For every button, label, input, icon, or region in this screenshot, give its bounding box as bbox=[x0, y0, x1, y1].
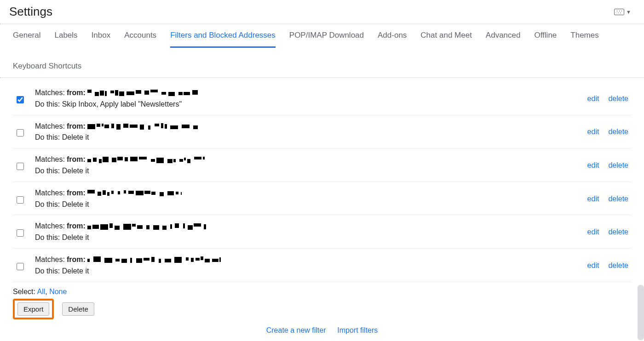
from-label: from: bbox=[67, 121, 86, 132]
do-this-label: Do this: bbox=[35, 167, 62, 175]
filter-body: Matches: from:Do this: Delete it bbox=[35, 154, 579, 177]
delete-link[interactable]: delete bbox=[608, 195, 628, 203]
filter-action: Delete it bbox=[62, 133, 89, 141]
tab-chat-and-meet[interactable]: Chat and Meet bbox=[420, 31, 472, 48]
filter-checkbox[interactable] bbox=[17, 196, 24, 204]
filter-checkbox[interactable] bbox=[17, 163, 24, 170]
filter-checkbox[interactable] bbox=[17, 129, 24, 136]
input-tools-button[interactable]: ▼ bbox=[614, 9, 631, 15]
delete-link[interactable]: delete bbox=[608, 161, 628, 170]
keyboard-icon bbox=[614, 9, 624, 15]
filter-action: Delete it bbox=[62, 267, 89, 275]
filter-body: Matches: from:Do this: Delete it bbox=[35, 121, 579, 144]
select-separator: , bbox=[45, 288, 49, 296]
import-filters-link[interactable]: Import filters bbox=[337, 326, 378, 334]
delete-link[interactable]: delete bbox=[608, 228, 628, 236]
do-this-label: Do this: bbox=[35, 200, 62, 208]
from-label: from: bbox=[67, 221, 86, 232]
redacted-text bbox=[87, 223, 207, 230]
edit-link[interactable]: edit bbox=[587, 195, 599, 203]
tab-pop-imap-download[interactable]: POP/IMAP Download bbox=[289, 31, 364, 48]
tab-filters-and-blocked-addresses[interactable]: Filters and Blocked Addresses bbox=[170, 31, 276, 48]
tab-general[interactable]: General bbox=[13, 31, 40, 48]
chevron-down-icon: ▼ bbox=[626, 9, 631, 15]
redacted-text bbox=[87, 123, 198, 130]
export-highlight: Export bbox=[13, 299, 54, 319]
redacted-text bbox=[87, 90, 198, 96]
scrollbar-thumb[interactable] bbox=[638, 285, 644, 340]
filter-row: Matches: from:Do this: Delete iteditdele… bbox=[13, 148, 631, 182]
filter-action: Skip Inbox, Apply label "Newsletters" bbox=[62, 100, 182, 108]
filter-action: Delete it bbox=[62, 167, 89, 175]
filter-row: Matches: from:Do this: Delete iteditdele… bbox=[13, 115, 631, 149]
edit-link[interactable]: edit bbox=[587, 228, 599, 236]
delete-button[interactable]: Delete bbox=[62, 302, 94, 316]
filter-body: Matches: from:Do this: Delete it bbox=[35, 254, 579, 277]
matches-label: Matches: bbox=[35, 254, 65, 266]
filter-row: Matches: from:Do this: Delete iteditdele… bbox=[13, 215, 631, 249]
redacted-text bbox=[87, 190, 182, 196]
delete-link[interactable]: delete bbox=[608, 261, 628, 270]
page-title: Settings bbox=[9, 5, 52, 19]
edit-link[interactable]: edit bbox=[587, 261, 599, 270]
redacted-text bbox=[87, 157, 205, 163]
tab-keyboard-shortcuts[interactable]: Keyboard Shortcuts bbox=[13, 62, 81, 77]
edit-link[interactable]: edit bbox=[587, 95, 599, 103]
tab-labels[interactable]: Labels bbox=[54, 31, 77, 48]
from-label: from: bbox=[67, 254, 86, 266]
filter-checkbox[interactable] bbox=[17, 96, 24, 103]
do-this-label: Do this: bbox=[35, 267, 62, 275]
filter-checkbox[interactable] bbox=[17, 263, 24, 270]
edit-link[interactable]: edit bbox=[587, 128, 599, 136]
matches-label: Matches: bbox=[35, 221, 65, 232]
matches-label: Matches: bbox=[35, 121, 65, 132]
filter-row: Matches: from:Do this: Delete iteditdele… bbox=[13, 249, 631, 282]
delete-link[interactable]: delete bbox=[608, 95, 628, 103]
filter-row: Matches: from:Do this: Delete iteditdele… bbox=[13, 182, 631, 216]
matches-label: Matches: bbox=[35, 87, 65, 99]
matches-label: Matches: bbox=[35, 188, 65, 199]
export-button[interactable]: Export bbox=[17, 302, 49, 316]
filter-body: Matches: from:Do this: Delete it bbox=[35, 221, 579, 244]
filter-action: Delete it bbox=[62, 200, 89, 208]
create-filter-link[interactable]: Create a new filter bbox=[266, 326, 326, 334]
edit-link[interactable]: edit bbox=[587, 161, 599, 170]
do-this-label: Do this: bbox=[35, 100, 62, 108]
redacted-text bbox=[87, 256, 221, 263]
tab-offline[interactable]: Offline bbox=[534, 31, 557, 48]
matches-label: Matches: bbox=[35, 154, 65, 165]
do-this-label: Do this: bbox=[35, 133, 62, 141]
filter-checkbox[interactable] bbox=[17, 229, 24, 237]
delete-link[interactable]: delete bbox=[608, 128, 628, 136]
from-label: from: bbox=[67, 154, 86, 165]
select-label: Select: bbox=[13, 288, 37, 296]
filter-row: Matches: from:Do this: Skip Inbox, Apply… bbox=[13, 82, 631, 115]
filter-body: Matches: from:Do this: Delete it bbox=[35, 188, 579, 210]
tab-accounts[interactable]: Accounts bbox=[124, 31, 156, 48]
tab-add-ons[interactable]: Add-ons bbox=[378, 31, 407, 48]
tab-advanced[interactable]: Advanced bbox=[486, 31, 521, 48]
tab-themes[interactable]: Themes bbox=[570, 31, 598, 48]
select-none-link[interactable]: None bbox=[49, 288, 67, 296]
filter-action: Delete it bbox=[62, 233, 89, 241]
from-label: from: bbox=[67, 87, 86, 99]
do-this-label: Do this: bbox=[35, 233, 62, 241]
select-all-link[interactable]: All bbox=[37, 288, 45, 296]
from-label: from: bbox=[67, 188, 86, 199]
filter-body: Matches: from:Do this: Skip Inbox, Apply… bbox=[35, 87, 579, 110]
tab-inbox[interactable]: Inbox bbox=[92, 31, 111, 48]
